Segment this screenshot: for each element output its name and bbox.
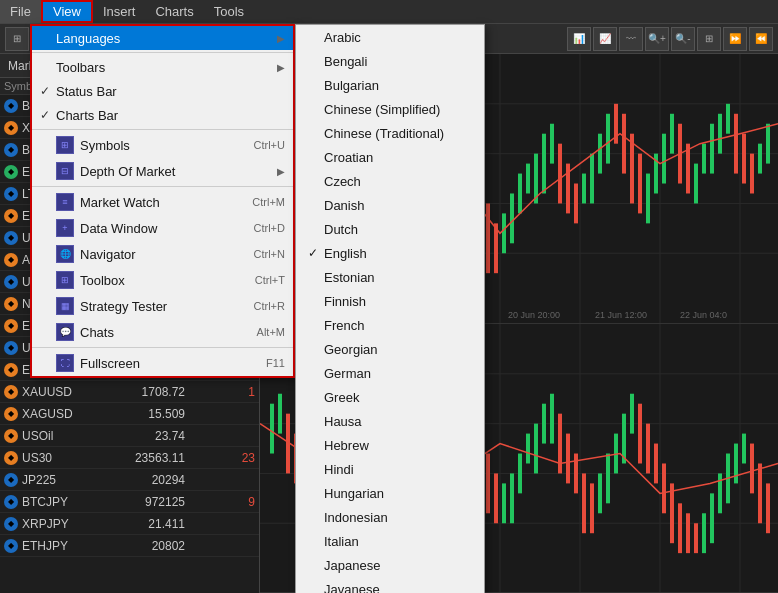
menu-item-symbols[interactable]: ⊞ Symbols Ctrl+U: [32, 132, 293, 158]
lang-item-croatian[interactable]: Croatian: [296, 145, 484, 169]
menu-item-fullscreen[interactable]: ⛶ Fullscreen F11: [32, 350, 293, 376]
toolbar-btn-1[interactable]: ⊞: [5, 27, 29, 51]
table-row[interactable]: ◆ XRPJPY 21.411: [0, 513, 259, 535]
lang-item-bulgarian[interactable]: Bulgarian: [296, 73, 484, 97]
menubar-insert[interactable]: Insert: [93, 0, 146, 23]
svg-rect-64: [694, 164, 698, 204]
bid-price: 21.411: [115, 517, 185, 531]
menu-label-navigator: Navigator: [80, 247, 246, 262]
lang-item-bengali[interactable]: Bengali: [296, 49, 484, 73]
menu-arrow-depth: ▶: [277, 166, 285, 177]
lang-item-georgian[interactable]: Georgian: [296, 337, 484, 361]
menubar-charts[interactable]: Charts: [145, 0, 203, 23]
toolbar-chart-btn-3[interactable]: 〰: [619, 27, 643, 51]
lang-item-italian[interactable]: Italian: [296, 529, 484, 553]
toolbar-chart-btn-2[interactable]: 📈: [593, 27, 617, 51]
row-icon: ◆: [4, 451, 18, 465]
menu-label-statusbar: Status Bar: [56, 84, 285, 99]
table-row[interactable]: ◆ ETHJPY 20802: [0, 535, 259, 557]
symbol-name: XAGUSD: [22, 407, 115, 421]
svg-rect-126: [558, 414, 562, 474]
menu-shortcut-strategy: Ctrl+R: [254, 300, 285, 312]
lang-item-danish[interactable]: Danish: [296, 193, 484, 217]
lang-item-english[interactable]: ✓ English: [296, 241, 484, 265]
row-icon: ◆: [4, 363, 18, 377]
lang-name-indonesian: Indonesian: [324, 510, 472, 525]
menu-shortcut-symbols: Ctrl+U: [254, 139, 285, 151]
menu-item-navigator[interactable]: 🌐 Navigator Ctrl+N: [32, 241, 293, 267]
svg-rect-51: [590, 154, 594, 204]
lang-item-german[interactable]: German: [296, 361, 484, 385]
table-row[interactable]: ◆ US30 23563.11 23: [0, 447, 259, 469]
toolbar-zoom-out[interactable]: 🔍-: [671, 27, 695, 51]
table-row[interactable]: ◆ USOil 23.74: [0, 425, 259, 447]
bid-price: 23563.11: [115, 451, 185, 465]
symbol-name: USOil: [22, 429, 115, 443]
menu-icon-chats: 💬: [56, 323, 74, 341]
menu-item-languages[interactable]: Languages ▶: [32, 26, 293, 50]
menu-item-toolbox[interactable]: ⊞ Toolbox Ctrl+T: [32, 267, 293, 293]
menu-item-toolbars[interactable]: Toolbars ▶: [32, 55, 293, 79]
lang-item-finnish[interactable]: Finnish: [296, 289, 484, 313]
menu-item-strategy-tester[interactable]: ▦ Strategy Tester Ctrl+R: [32, 293, 293, 319]
lang-item-greek[interactable]: Greek: [296, 385, 484, 409]
lang-item-javanese[interactable]: Javanese: [296, 577, 484, 593]
svg-rect-151: [758, 463, 762, 523]
symbol-name: US30: [22, 451, 115, 465]
lang-item-french[interactable]: French: [296, 313, 484, 337]
lang-name-czech: Czech: [324, 174, 472, 189]
lang-item-czech[interactable]: Czech: [296, 169, 484, 193]
svg-rect-119: [502, 483, 506, 523]
lang-item-hungarian[interactable]: Hungarian: [296, 481, 484, 505]
toolbar-chart-btn-4[interactable]: ⊞: [697, 27, 721, 51]
lang-name-dutch: Dutch: [324, 222, 472, 237]
menu-item-marketwatch[interactable]: ≡ Market Watch Ctrl+M: [32, 189, 293, 215]
menu-item-chats[interactable]: 💬 Chats Alt+M: [32, 319, 293, 345]
lang-item-dutch[interactable]: Dutch: [296, 217, 484, 241]
lang-name-italian: Italian: [324, 534, 472, 549]
menu-item-chartsbar[interactable]: ✓ Charts Bar: [32, 103, 293, 127]
svg-rect-38: [486, 203, 490, 273]
row-icon: ◆: [4, 275, 18, 289]
lang-name-german: German: [324, 366, 472, 381]
table-row[interactable]: ◆ BTCJPY 972125 9: [0, 491, 259, 513]
svg-rect-145: [710, 493, 714, 543]
menu-label-depth: Depth Of Market: [80, 164, 273, 179]
svg-rect-68: [726, 104, 730, 134]
lang-item-hindi[interactable]: Hindi: [296, 457, 484, 481]
lang-item-estonian[interactable]: Estonian: [296, 265, 484, 289]
toolbar-chart-btn-5[interactable]: ⏩: [723, 27, 747, 51]
bid-price: 20294: [115, 473, 185, 487]
lang-item-chinese-traditional[interactable]: Chinese (Traditional): [296, 121, 484, 145]
table-row[interactable]: ◆ XAGUSD 15.509: [0, 403, 259, 425]
menu-label-chartsbar: Charts Bar: [56, 108, 285, 123]
table-row[interactable]: ◆ JP225 20294: [0, 469, 259, 491]
menubar-file[interactable]: File: [0, 0, 41, 23]
lang-item-chinese-simplified[interactable]: Chinese (Simplified): [296, 97, 484, 121]
lang-name-hindi: Hindi: [324, 462, 472, 477]
svg-rect-52: [598, 134, 602, 174]
lang-name-chinese-traditional: Chinese (Traditional): [324, 126, 472, 141]
menu-item-datawindow[interactable]: + Data Window Ctrl+D: [32, 215, 293, 241]
lang-name-arabic: Arabic: [324, 30, 472, 45]
lang-item-hausa[interactable]: Hausa: [296, 409, 484, 433]
lang-item-arabic[interactable]: Arabic: [296, 25, 484, 49]
toolbar-zoom-in[interactable]: 🔍+: [645, 27, 669, 51]
menubar-tools[interactable]: Tools: [204, 0, 254, 23]
symbol-name: XRPJPY: [22, 517, 115, 531]
toolbar-chart-btn-6[interactable]: ⏪: [749, 27, 773, 51]
table-row[interactable]: ◆ XAUUSD 1708.72 1: [0, 381, 259, 403]
toolbar-chart-btn-1[interactable]: 📊: [567, 27, 591, 51]
menu-icon-strategy: ▦: [56, 297, 74, 315]
menu-item-depth[interactable]: ⊟ Depth Of Market ▶: [32, 158, 293, 184]
svg-rect-58: [646, 174, 650, 224]
menubar-view[interactable]: View: [41, 0, 93, 23]
lang-item-hebrew[interactable]: Hebrew: [296, 433, 484, 457]
lang-name-english: English: [324, 246, 472, 261]
menu-item-statusbar[interactable]: ✓ Status Bar: [32, 79, 293, 103]
svg-rect-41: [510, 193, 514, 243]
lang-name-hebrew: Hebrew: [324, 438, 472, 453]
lang-item-japanese[interactable]: Japanese: [296, 553, 484, 577]
svg-rect-120: [510, 473, 514, 523]
lang-item-indonesian[interactable]: Indonesian: [296, 505, 484, 529]
